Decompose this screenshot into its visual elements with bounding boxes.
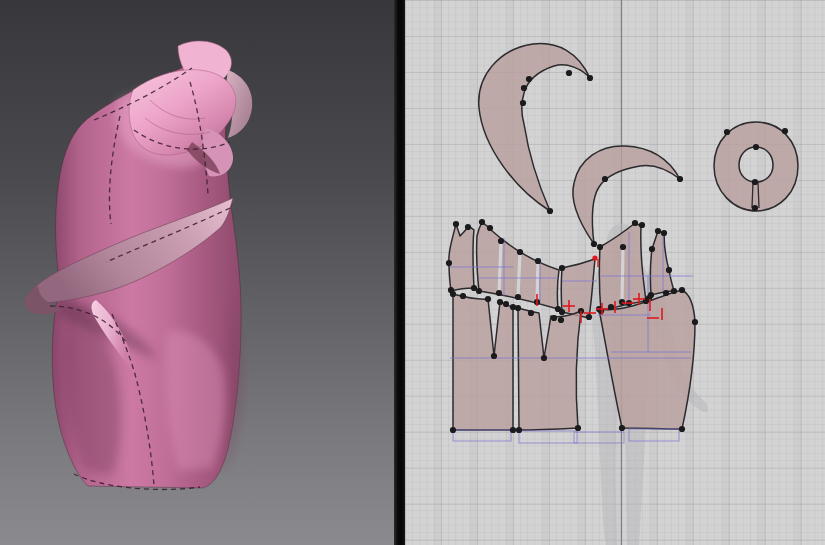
pattern-point-32[interactable]	[632, 220, 638, 226]
pattern-point-9[interactable]	[724, 129, 730, 135]
pattern-collar-ring[interactable]	[714, 122, 798, 211]
pattern-point-66[interactable]	[551, 315, 557, 321]
pattern-point-31[interactable]	[586, 314, 592, 320]
pattern-point-28[interactable]	[476, 288, 482, 294]
pattern-point-21[interactable]	[498, 238, 504, 244]
pattern-point-6[interactable]	[591, 241, 597, 247]
pattern-point-2[interactable]	[521, 85, 527, 91]
pattern-point-69[interactable]	[646, 295, 652, 301]
pattern-point-41[interactable]	[666, 267, 672, 273]
pattern-point-59[interactable]	[619, 425, 625, 431]
pattern-point-10[interactable]	[782, 128, 788, 134]
pattern-point-25[interactable]	[535, 258, 541, 264]
red-point-0[interactable]	[592, 255, 597, 260]
pattern-point-62[interactable]	[692, 319, 698, 325]
pattern-point-47[interactable]	[491, 353, 497, 359]
pattern-point-33[interactable]	[639, 222, 645, 228]
pattern-point-11[interactable]	[753, 144, 759, 150]
pattern-point-16[interactable]	[446, 260, 452, 266]
panel-seam-gap-1	[518, 252, 520, 297]
pattern-point-23[interactable]	[517, 249, 523, 255]
pattern-point-14[interactable]	[453, 221, 459, 227]
pattern-point-7[interactable]	[602, 176, 608, 182]
pattern-point-61[interactable]	[679, 287, 685, 293]
pattern-point-53[interactable]	[541, 355, 547, 361]
pattern-point-22[interactable]	[496, 290, 502, 296]
pattern-point-29[interactable]	[559, 265, 565, 271]
pattern-point-20[interactable]	[487, 225, 493, 231]
pattern-point-45[interactable]	[450, 291, 456, 297]
pattern-point-42[interactable]	[649, 246, 655, 252]
pattern-point-56[interactable]	[575, 425, 581, 431]
guide-baseline-rect-0	[453, 430, 511, 441]
garment-design-app	[0, 0, 825, 545]
pattern-point-24[interactable]	[515, 294, 521, 300]
pattern-point-4[interactable]	[566, 70, 572, 76]
pattern-point-13[interactable]	[752, 205, 758, 211]
pattern-2d-render	[405, 0, 825, 545]
pattern-point-44[interactable]	[671, 288, 677, 294]
pattern-bodice-center[interactable]	[561, 259, 595, 318]
pattern-point-63[interactable]	[460, 293, 466, 299]
pattern-point-67[interactable]	[608, 304, 614, 310]
viewport-2d-pattern[interactable]	[405, 0, 825, 545]
pattern-point-40[interactable]	[661, 230, 667, 236]
pattern-skirt-left[interactable]	[453, 294, 513, 430]
pattern-point-70[interactable]	[663, 290, 669, 296]
pattern-point-39[interactable]	[655, 228, 661, 234]
pattern-point-48[interactable]	[497, 299, 503, 305]
pattern-point-35[interactable]	[619, 299, 625, 305]
pattern-bodice-side-left[interactable]	[449, 224, 474, 291]
pattern-point-5[interactable]	[587, 75, 593, 81]
pattern-point-52[interactable]	[515, 305, 521, 311]
pattern-point-30[interactable]	[559, 309, 565, 315]
pattern-point-57[interactable]	[558, 317, 564, 323]
pattern-point-60[interactable]	[679, 426, 685, 432]
panel-splitter[interactable]	[394, 0, 405, 545]
guide-baseline-rect-1	[519, 431, 577, 443]
pattern-point-51[interactable]	[510, 427, 516, 433]
pattern-point-1[interactable]	[526, 76, 532, 82]
dress-3d-render	[0, 0, 394, 545]
pattern-point-65[interactable]	[528, 310, 534, 316]
pattern-point-19[interactable]	[479, 219, 485, 225]
pattern-point-64[interactable]	[503, 301, 509, 307]
pattern-point-34[interactable]	[620, 244, 626, 250]
viewport-3d-garment[interactable]	[0, 0, 394, 545]
pattern-point-50[interactable]	[450, 427, 456, 433]
pattern-point-46[interactable]	[485, 296, 491, 302]
pattern-point-55[interactable]	[516, 427, 522, 433]
pattern-point-3[interactable]	[520, 100, 526, 106]
pattern-point-38[interactable]	[597, 244, 603, 250]
pattern-point-15[interactable]	[465, 224, 471, 230]
pattern-point-0[interactable]	[547, 208, 553, 214]
pattern-point-12[interactable]	[752, 179, 758, 185]
pattern-bodice-side-right[interactable]	[650, 231, 674, 295]
panel-seam-gap-3	[622, 247, 623, 302]
pattern-point-8[interactable]	[677, 176, 683, 182]
pattern-skirt-center[interactable]	[518, 308, 581, 430]
